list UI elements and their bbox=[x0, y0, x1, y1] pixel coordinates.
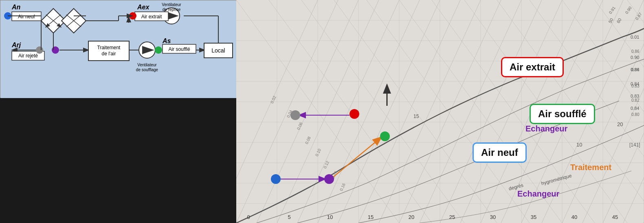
svg-text:5: 5 bbox=[288, 214, 290, 220]
svg-text:30: 30 bbox=[490, 214, 496, 220]
svg-text:de l'air: de l'air bbox=[102, 51, 116, 57]
svg-text:15: 15 bbox=[413, 114, 419, 119]
svg-text:45: 45 bbox=[612, 214, 618, 220]
svg-point-162 bbox=[271, 174, 281, 184]
svg-text:Air neuf: Air neuf bbox=[18, 14, 35, 20]
svg-text:0: 0 bbox=[247, 214, 250, 220]
psychrometric-chart-panel: 0 5 10 15 20 25 30 35 40 45 0.01 0.90 0.… bbox=[236, 0, 644, 223]
echangeur-top-label: Echangeur bbox=[525, 124, 567, 133]
black-background bbox=[0, 98, 236, 223]
svg-text:As: As bbox=[162, 37, 171, 44]
hvac-diagram-panel: An Air neuf Arj Air rejeté Traitement de… bbox=[0, 0, 236, 98]
svg-text:[141]: [141] bbox=[629, 142, 640, 148]
svg-text:35: 35 bbox=[531, 214, 536, 220]
svg-point-26 bbox=[155, 46, 162, 54]
svg-text:40: 40 bbox=[571, 214, 577, 220]
svg-text:Air soufflé: Air soufflé bbox=[168, 46, 190, 52]
svg-text:10: 10 bbox=[327, 214, 333, 220]
svg-text:de reprise: de reprise bbox=[163, 7, 181, 12]
svg-text:Traitement: Traitement bbox=[97, 45, 121, 50]
svg-point-163 bbox=[324, 174, 334, 184]
svg-text:0.80: 0.80 bbox=[631, 112, 640, 117]
air-souffle-label: Air soufflé bbox=[530, 104, 595, 124]
svg-text:25: 25 bbox=[449, 214, 455, 220]
svg-text:10: 10 bbox=[576, 142, 582, 148]
echangeur-bot-label: Echangeur bbox=[517, 189, 559, 199]
svg-text:0.86: 0.86 bbox=[631, 49, 640, 54]
svg-text:0.90: 0.90 bbox=[631, 55, 639, 60]
svg-point-160 bbox=[349, 109, 359, 119]
svg-point-161 bbox=[290, 110, 300, 120]
svg-text:Local: Local bbox=[211, 47, 225, 54]
svg-text:20: 20 bbox=[617, 121, 623, 127]
svg-text:0.84: 0.84 bbox=[631, 68, 640, 72]
svg-text:Air rejeté: Air rejeté bbox=[18, 53, 38, 59]
svg-text:Arj: Arj bbox=[11, 42, 21, 48]
svg-text:0.84: 0.84 bbox=[631, 106, 639, 111]
svg-text:0.82: 0.82 bbox=[631, 98, 640, 103]
svg-text:Air extrait: Air extrait bbox=[141, 14, 162, 20]
svg-text:0.83: 0.83 bbox=[631, 84, 640, 88]
svg-point-16 bbox=[52, 46, 59, 54]
hvac-schematic-svg: An Air neuf Arj Air rejeté Traitement de… bbox=[0, 0, 237, 98]
svg-text:0.01: 0.01 bbox=[631, 35, 639, 39]
svg-text:An: An bbox=[11, 4, 21, 11]
svg-point-164 bbox=[380, 131, 390, 141]
air-neuf-label: Air neuf bbox=[473, 142, 527, 163]
traitement-label: Traitement bbox=[570, 163, 611, 172]
svg-text:Ventilateur: Ventilateur bbox=[162, 2, 181, 7]
svg-text:de soufflage: de soufflage bbox=[136, 68, 158, 72]
svg-text:20: 20 bbox=[409, 214, 414, 220]
svg-text:Aex: Aex bbox=[137, 4, 149, 11]
svg-text:Ventilateur: Ventilateur bbox=[137, 63, 157, 67]
air-extrait-label: Air extrait bbox=[501, 57, 564, 77]
svg-text:15: 15 bbox=[368, 214, 374, 220]
svg-point-15 bbox=[36, 46, 43, 54]
